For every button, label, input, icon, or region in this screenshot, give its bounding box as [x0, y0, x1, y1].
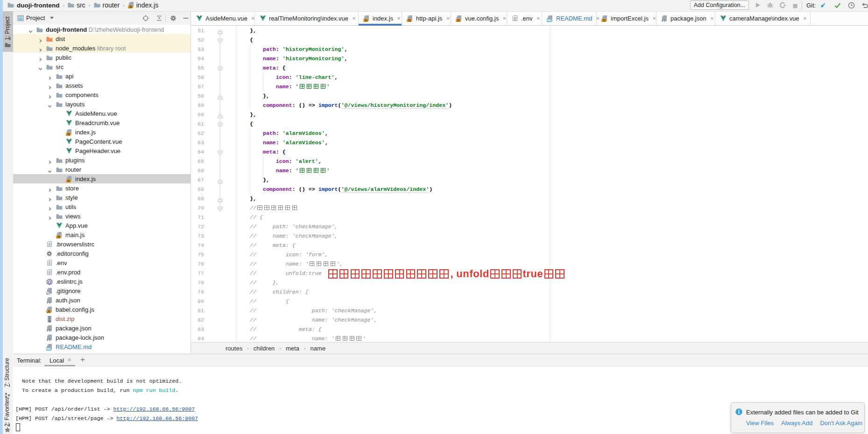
svg-text:JS: JS: [56, 235, 60, 238]
svg-text:JS: JS: [47, 310, 50, 313]
svg-text:JS: JS: [456, 19, 460, 22]
svg-text:MD: MD: [46, 347, 51, 350]
svg-text:JS: JS: [602, 19, 606, 22]
svg-text:JS: JS: [66, 133, 70, 136]
svg-text:JS: JS: [128, 5, 132, 8]
svg-text:JS: JS: [364, 19, 367, 22]
svg-text:JS: JS: [407, 19, 411, 22]
svg-text:MD: MD: [547, 19, 551, 22]
svg-text:JS: JS: [66, 179, 70, 182]
